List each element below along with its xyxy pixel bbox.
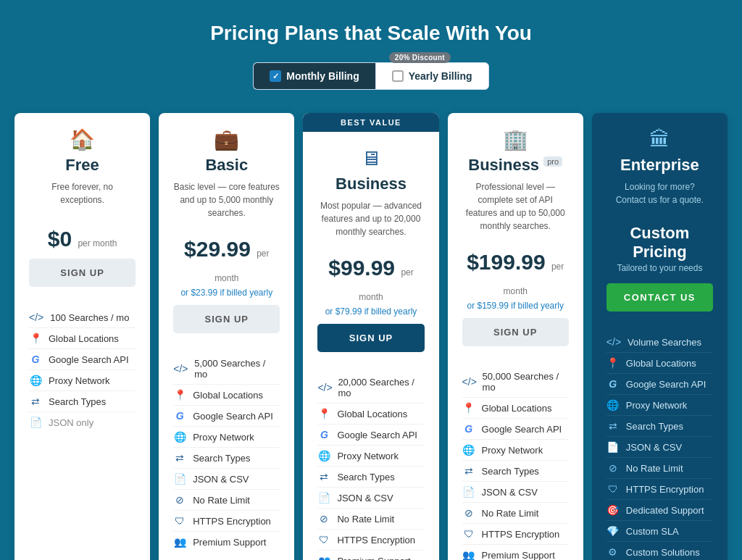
searches-icon: </> (29, 312, 43, 323)
plan-basic-signup-button[interactable]: SIGN UP (173, 305, 280, 333)
yearly-checkbox (392, 70, 404, 82)
feature-text: Proxy Network (482, 445, 543, 456)
sla-icon: 💎 (606, 525, 620, 537)
plan-free-tagline: Free forever, no exceptions. (29, 180, 136, 209)
feature-item: 🌐 Proxy Network (606, 395, 713, 416)
feature-item: ⊘ No Rate Limit (606, 458, 713, 479)
feature-item: ⇄ Search Types (29, 391, 136, 412)
feature-item: 📍 Global Locations (462, 398, 569, 419)
json-icon: 📄 (29, 417, 42, 428)
plan-business-pro-price: $199.99 per month or $159.99 if billed y… (448, 240, 583, 318)
rate-icon: ⊘ (173, 494, 186, 506)
proxy-icon: 🌐 (29, 375, 42, 386)
location-icon: 📍 (29, 333, 42, 344)
plan-business-pro-features: </> 50,000 Searches / mo 📍 Global Locati… (448, 358, 583, 560)
search-types-icon: ⇄ (606, 420, 620, 432)
plan-free-header: 🏠 Free Free forever, no exceptions. (14, 113, 150, 217)
feature-item: 📍 Global Locations (29, 328, 136, 349)
feature-text: JSON & CSV (193, 474, 249, 485)
plan-free-features: </> 100 Searches / mo 📍 Global Locations… (14, 298, 150, 560)
feature-item: </> Volume Searches (606, 332, 713, 353)
encryption-icon: 🛡 (462, 528, 475, 540)
plan-business-yearly-price: or $79.99 if billed yearly (317, 306, 424, 317)
feature-item: 🛡 HTTPS Encryption (462, 524, 569, 545)
feature-text: Global Locations (193, 390, 263, 401)
plan-enterprise-contact-button[interactable]: CONTACT US (606, 283, 713, 312)
feature-item: 📄 JSON only (29, 412, 136, 432)
feature-text: Premium Support (193, 537, 266, 548)
searches-icon: </> (317, 382, 331, 393)
feature-item: ⇄ Search Types (317, 467, 424, 488)
plan-free-price-value: $0 per month (29, 227, 136, 251)
feature-text: Proxy Network (337, 451, 399, 461)
plan-business-pro-tagline: Professional level — complete set of API… (462, 180, 569, 233)
proxy-icon: 🌐 (173, 431, 186, 443)
feature-item: </> 50,000 Searches / mo (462, 367, 569, 398)
plan-business-pro-icon: 🏢 (462, 128, 569, 151)
feature-item: ⊘ No Rate Limit (462, 503, 569, 524)
feature-item: 🌐 Proxy Network (29, 370, 136, 391)
page-title: Pricing Plans that Scale With You (14, 22, 728, 45)
feature-text: Custom SLA (626, 526, 679, 537)
plan-enterprise-cta: CONTACT US (592, 283, 728, 323)
solutions-icon: ⚙ (606, 546, 620, 558)
feature-text: No Rate Limit (626, 463, 683, 474)
feature-text: Proxy Network (49, 375, 110, 386)
feature-text: 50,000 Searches / mo (483, 371, 569, 393)
feature-item: 📄 JSON & CSV (317, 488, 424, 509)
plan-business-icon: 🖥 (317, 146, 424, 170)
yearly-billing-option[interactable]: 20% Discount Yearly Billing (375, 62, 489, 90)
plan-business-price: $99.99 per month or $79.99 if billed yea… (303, 246, 438, 324)
feature-text: Search Types (193, 453, 250, 464)
json-icon: 📄 (462, 486, 475, 498)
feature-item: G Google Search API (173, 406, 280, 427)
plan-basic-cta: SIGN UP (159, 305, 294, 345)
plan-business-name: Business (317, 175, 424, 193)
feature-item: 📍 Global Locations (606, 353, 713, 374)
discount-badge: 20% Discount (389, 52, 451, 63)
plan-enterprise: 🏛 Enterprise Looking for more? Contact u… (592, 113, 728, 560)
proxy-icon: 🌐 (606, 399, 620, 411)
feature-text: Google Search API (337, 430, 417, 440)
feature-text: Global Locations (626, 358, 696, 369)
feature-item: G Google Search API (29, 349, 136, 370)
feature-text: Premium Support (337, 556, 410, 561)
plan-business-pro-price-value: $199.99 per month (462, 250, 569, 299)
feature-text: Search Types (482, 466, 539, 477)
plan-business-pro-cta: SIGN UP (448, 318, 583, 358)
feature-item: ⇄ Search Types (462, 461, 569, 482)
plans-container: 🏠 Free Free forever, no exceptions. $0 p… (14, 113, 728, 560)
plan-business-signup-button[interactable]: SIGN UP (317, 324, 424, 352)
json-icon: 📄 (606, 441, 620, 453)
google-icon: G (317, 429, 330, 440)
searches-icon: </> (462, 376, 476, 388)
google-icon: G (29, 354, 42, 365)
searches-icon: </> (173, 363, 188, 375)
plan-free-price-period: per month (78, 238, 117, 248)
feature-item: ⇄ Search Types (173, 448, 280, 469)
monthly-billing-option[interactable]: Monthly Billing (253, 62, 375, 90)
plan-free-signup-button[interactable]: SIGN UP (29, 259, 136, 287)
monthly-checkbox (270, 70, 281, 82)
plan-business-pro: 🏢 Business pro Professional level — comp… (448, 113, 583, 560)
rate-icon: ⊘ (462, 507, 475, 519)
plan-business-pro-signup-button[interactable]: SIGN UP (462, 318, 569, 346)
plan-business-pro-header: 🏢 Business pro Professional level — comp… (448, 113, 583, 240)
feature-text: 20,000 Searches / mo (338, 377, 424, 398)
feature-item: 👥 Premium Support (173, 532, 280, 552)
feature-text: JSON only (49, 417, 93, 428)
plan-enterprise-name: Enterprise (606, 156, 713, 175)
plan-business-features: </> 20,000 Searches / mo 📍 Global Locati… (303, 364, 438, 560)
plan-business: BEST VALUE 🖥 Business Most popular — adv… (303, 113, 438, 560)
plan-basic-tagline: Basic level — core features and up to 5,… (173, 180, 280, 220)
feature-text: HTTPS Encryption (337, 535, 415, 546)
feature-item: 👥 Premium Support (462, 545, 569, 560)
feature-text: HTTPS Encryption (626, 484, 704, 495)
plan-enterprise-features: </> Volume Searches 📍 Global Locations G… (592, 323, 728, 560)
feature-item: 🌐 Proxy Network (317, 446, 424, 467)
feature-item: G Google Search API (317, 425, 424, 446)
feature-item: 🛡 HTTPS Encryption (173, 511, 280, 532)
feature-item: ⊘ No Rate Limit (317, 509, 424, 530)
feature-text: HTTPS Encryption (193, 516, 271, 527)
feature-item: 📍 Global Locations (173, 385, 280, 406)
